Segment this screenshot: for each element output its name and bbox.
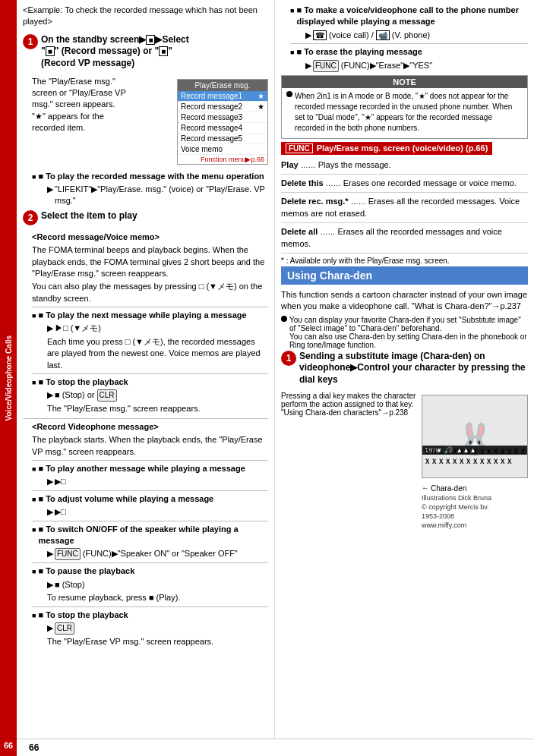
screenshot-row-1-star: ★ xyxy=(258,92,264,100)
chara-den-note1-text: You can display your favorite Chara-den … xyxy=(289,316,528,349)
to-switch-speaker-heading: ■ ■ To switch ON/OFF of the speaker whil… xyxy=(32,524,268,547)
screenshot-row-4-text: Record message4 xyxy=(181,124,242,132)
to-stop2-body: The "Play/Erase VP msg." screen reappear… xyxy=(47,636,268,647)
func-term-delete-this: Delete this xyxy=(281,178,324,187)
to-erase-arrow-text: FUNC (FUNC)▶"Erase"▶"YES" xyxy=(313,60,432,72)
to-stop2-label: ■ To stop the playback xyxy=(38,610,128,621)
to-stop-arrow: ▶ ■ (Stop) or CLR xyxy=(47,389,268,402)
chara-den-note1: You can display your favorite Chara-den … xyxy=(281,316,528,349)
section-label: Voice/Videophone Calls xyxy=(5,335,13,421)
to-make-call-arrow-text: ☎ (voice call) / 📹 (V. phone) xyxy=(313,30,430,41)
to-stop-playback-label: ■ To stop the playback xyxy=(38,376,128,388)
to-play-another-arrow-text: ▶□ xyxy=(55,476,66,487)
square-icon: ■ xyxy=(32,172,36,182)
to-pause-body: To resume playback, press ■ (Play). xyxy=(47,592,268,603)
chara-step1-header: 1 Sending a substitute image (Chara-den)… xyxy=(281,351,528,386)
to-play-another-label: ■ To play another message while playing … xyxy=(38,463,245,474)
to-make-call-label: ■ To make a voice/videophone call to the… xyxy=(296,5,528,28)
func-item-delete-this: Delete this …… Erases one recorded messa… xyxy=(281,178,528,193)
arrow-icon-stop: ▶ xyxy=(47,389,53,401)
screenshot-row-2: Record message2 ★ xyxy=(178,102,267,112)
example-header-block: <Example: To check the recorded message … xyxy=(23,5,268,28)
square-icon-4: ■ xyxy=(32,465,36,474)
to-play-next-arrow: ▶ ▶□ (▼メモ) xyxy=(47,323,268,334)
screenshot-row-6: Voice memo xyxy=(178,144,267,155)
screenshot-row-1: Record message1 ★ xyxy=(178,91,267,102)
page-number-bottom: 66 xyxy=(4,741,13,750)
square-icon-2: ■ xyxy=(32,311,36,321)
chara-inner: 🐰 1ms■ 🔊 ▲▲▲ ＤＮＸＸＸＸＸＸＸＸＸＸＸＸＸＸＸＸＸＸＸＸＸＸＸＸＸ… xyxy=(422,395,527,477)
chara-caption-line1: Illustrations Dick Bruna xyxy=(422,494,491,503)
clr-key-2: CLR xyxy=(55,622,74,635)
to-stop-arrow-text: ■ (Stop) or CLR xyxy=(55,389,117,402)
func-item-play: Play …… Plays the message. xyxy=(281,159,528,175)
func-footnote: * : Available only with the Play/Erase m… xyxy=(281,257,528,265)
chara-image-box: 🐰 1ms■ 🔊 ▲▲▲ ＤＮＸＸＸＸＸＸＸＸＸＸＸＸＸＸＸＸＸＸＸＸＸＸＸＸＸ… xyxy=(422,395,528,478)
play-menu-arrow: ▶ "LIFEKIT"▶"Play/Erase. msg." (voice) o… xyxy=(47,184,268,207)
clr-key: CLR xyxy=(97,389,117,402)
to-play-another-arrow: ▶ ▶□ xyxy=(47,476,268,487)
step1-body-row: The "Play/Erase msg." screen or "Play/Er… xyxy=(23,76,268,168)
func-dots-delete-this: …… xyxy=(326,179,341,187)
to-stop2-arrow: ▶ CLR xyxy=(47,622,268,635)
to-switch-speaker-label: ■ To switch ON/OFF of the speaker while … xyxy=(38,524,268,547)
play-menu-heading: ■ ■ To play the recorded message with th… xyxy=(32,171,268,182)
func-item-delete-rec: Delete rec. msg.* …… Erases all the reco… xyxy=(281,196,528,223)
page-bottom-number: 66 xyxy=(23,741,45,754)
func-tag: FUNC xyxy=(286,143,313,153)
step1-body-line3: msg." screen appears. xyxy=(32,99,162,110)
step1-body-text: The "Play/Erase msg." screen or "Play/Er… xyxy=(32,76,162,134)
left-column: <Example: To check the recorded message … xyxy=(17,0,275,739)
screenshot-row-4: Record message4 xyxy=(178,123,267,134)
to-make-call-block: ■ ■ To make a voice/videophone call to t… xyxy=(290,5,528,72)
chara-label-text: Chara-den xyxy=(431,484,466,493)
screenshot-footer: Function menu▶p.66 xyxy=(178,155,267,164)
chara-caption-line3: 1953-2008 xyxy=(422,512,491,521)
to-play-next-heading: ■ ■ To play the next message while playi… xyxy=(32,310,268,321)
to-pause-label: ■ To pause the playback xyxy=(38,565,134,577)
to-stop2-heading: ■ ■ To stop the playback xyxy=(32,610,268,621)
circle-bullet-icon-chara xyxy=(281,316,287,322)
func-desc-play: Plays the message. xyxy=(318,160,391,169)
note-row-1: When 2in1 is in A mode or B mode, "★" do… xyxy=(286,91,523,134)
chara-digits: ＤＮＸＸＸＸＸＸＸＸＸＸＸＸＸＸＸＸＸＸＸＸＸＸＸＸＸＸ xyxy=(424,447,527,467)
func-item-delete-all: Delete all …… Erases all the recorded me… xyxy=(281,226,528,254)
func-term-delete-rec: Delete rec. msg.* xyxy=(281,197,349,206)
circle-bullet-icon xyxy=(286,91,292,97)
square-icon-erase: ■ xyxy=(290,48,294,58)
screenshot-box: Play/Erase msg. Record message1 ★ Record… xyxy=(177,79,268,165)
screenshot-row-1-text: Record message1 xyxy=(181,92,242,100)
to-erase-label: ■ To erase the playing message xyxy=(296,46,422,58)
to-erase-arrow: ▶ FUNC (FUNC)▶"Erase"▶"YES" xyxy=(305,60,528,72)
to-adjust-volume-heading: ■ ■ To adjust volume while playing a mes… xyxy=(32,493,268,505)
arrow-icon-erase: ▶ xyxy=(305,60,311,71)
screenshot-row-5-text: Record message5 xyxy=(181,134,242,143)
chara-caption-line4: www.miffy.com xyxy=(422,521,491,531)
arrow-icon-pause: ▶ xyxy=(47,579,53,591)
to-erase-heading: ■ ■ To erase the playing message xyxy=(290,46,528,58)
play-menu-arrow-text: "LIFEKIT"▶"Play/Erase. msg." (voice) or … xyxy=(55,184,268,207)
step2-title: Select the item to play xyxy=(41,210,268,222)
func-header-box: FUNC Play/Erase msg. screen (voice/video… xyxy=(281,142,492,155)
func-dots-play: …… xyxy=(301,161,316,169)
func-term-play: Play xyxy=(281,160,299,169)
chara-den-body: This function sends a cartoon character … xyxy=(281,289,528,530)
step1-circle: 1 xyxy=(23,34,38,49)
step1-body-line1: The "Play/Erase msg." xyxy=(32,76,162,87)
page-bottom-row: 66 xyxy=(17,739,534,756)
step1-header: 1 On the standby screen▶■▶Select "■" (Re… xyxy=(23,34,268,70)
chara-den-intro: This function sends a cartoon character … xyxy=(281,289,528,313)
record-voice-body2: You can also play the messages by pressi… xyxy=(32,281,268,304)
to-adjust-volume-label: ■ To adjust volume while playing a messa… xyxy=(38,493,213,505)
chara-caption-line2: © copyright Mercis bv. xyxy=(422,503,491,512)
func-dots-delete-all: …… xyxy=(320,228,335,236)
to-adjust-arrow-text: ▶□ xyxy=(55,506,66,518)
chara-den-header: Using Chara-den xyxy=(281,266,528,285)
screenshot-row-2-star: ★ xyxy=(258,102,264,111)
page-container: Voice/Videophone Calls 66 <Example: To c… xyxy=(0,0,534,756)
example-header-text: <Example: To check the recorded message … xyxy=(23,5,258,26)
to-switch-arrow: ▶ FUNC (FUNC)▶"Speaker ON" or "Speaker O… xyxy=(47,548,268,560)
record-vp-header: <Record Videophone message> xyxy=(32,421,268,433)
func-term-delete-all: Delete all xyxy=(281,227,318,236)
chara-label-row: ← Chara-den xyxy=(422,483,466,493)
